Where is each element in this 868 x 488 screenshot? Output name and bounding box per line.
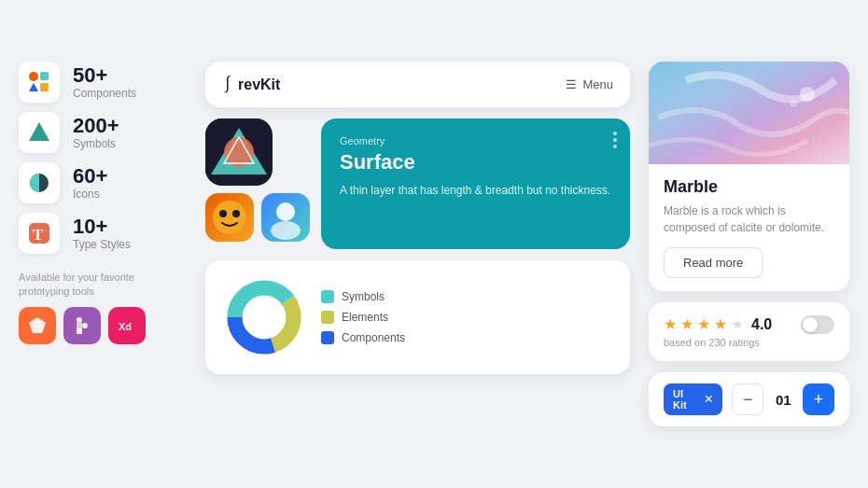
- svg-point-20: [219, 210, 227, 217]
- counter-card: UI Kit ✕ − 01 +: [649, 372, 849, 426]
- svg-point-21: [232, 210, 240, 217]
- svg-point-30: [790, 100, 797, 107]
- left-panel: 50+ Components 200+ Symbols: [19, 62, 187, 344]
- stat-row-type-styles: T 10+ Type Styles: [19, 213, 187, 254]
- legend-dot-symbols: [321, 290, 334, 303]
- svg-point-23: [271, 221, 301, 240]
- revkit-card: ⎰ revKit ☰ Menu: [205, 62, 630, 107]
- stat-text-components: 50+ Components: [73, 64, 136, 100]
- tag-remove-icon[interactable]: ✕: [704, 393, 713, 406]
- stat-row-symbols: 200+ Symbols: [19, 112, 187, 153]
- stat-text-symbols: 200+ Symbols: [73, 115, 119, 150]
- more-options-icon[interactable]: [613, 132, 617, 148]
- hamburger-icon: ☰: [566, 77, 577, 91]
- tool-icons: Xd: [19, 307, 187, 344]
- components-number: 50+: [73, 64, 136, 87]
- marble-description: Marble is a rock which is composed of ca…: [664, 202, 834, 236]
- ui-kit-tag-label: UI Kit: [673, 388, 699, 411]
- right-panel: Marble Marble is a rock which is compose…: [649, 62, 849, 426]
- middle-panel: ⎰ revKit ☰ Menu: [205, 62, 630, 374]
- revkit-logo: ⎰ revKit: [222, 75, 280, 94]
- rating-subtext: based on 230 ratings: [664, 337, 772, 348]
- type-styles-label: Type Styles: [73, 238, 131, 251]
- icons-number: 60+: [73, 165, 107, 188]
- legend-components: Components: [321, 331, 405, 344]
- main-container: 50+ Components 200+ Symbols: [19, 62, 849, 426]
- legend-elements: Elements: [321, 311, 405, 324]
- symbols-number: 200+: [73, 115, 119, 137]
- donut-chart: [222, 275, 306, 359]
- star-2: ★: [680, 315, 693, 333]
- tools-section: Available for your favoriteprototyping t…: [19, 271, 187, 344]
- decrement-button[interactable]: −: [732, 383, 763, 415]
- svg-point-22: [276, 202, 295, 221]
- icons-label: Icons: [73, 188, 107, 201]
- app-icon-face: [205, 193, 254, 242]
- svg-point-10: [82, 323, 88, 328]
- marble-image: [649, 62, 849, 164]
- svg-point-27: [244, 297, 284, 337]
- rating-value: 4.0: [751, 316, 772, 333]
- marble-content: Marble Marble is a rock which is compose…: [649, 164, 849, 291]
- svg-rect-12: [77, 323, 82, 328]
- figma-icon: [63, 307, 101, 344]
- symbols-icon: [19, 112, 60, 153]
- toggle-knob: [803, 317, 818, 332]
- legend-label-components: Components: [342, 331, 405, 344]
- toggle-switch[interactable]: [801, 315, 834, 334]
- star-3: ★: [697, 315, 710, 333]
- marble-card: Marble Marble is a rock which is compose…: [649, 62, 849, 291]
- type-styles-number: 10+: [73, 216, 131, 238]
- chart-legend: Symbols Elements Components: [321, 290, 405, 344]
- app-icon-row: [205, 193, 310, 242]
- geometry-title: Surface: [340, 150, 611, 174]
- donut-card: Symbols Elements Components: [205, 260, 630, 374]
- star-4: ★: [714, 315, 727, 333]
- stars-row: ★ ★ ★ ★ ★ 4.0: [664, 315, 772, 333]
- menu-label: Menu: [582, 77, 613, 91]
- svg-text:Xd: Xd: [119, 321, 132, 332]
- svg-marker-9: [29, 317, 46, 333]
- legend-symbols: Symbols: [321, 290, 405, 303]
- geometry-card: Geometry Surface A thin layer that has l…: [321, 119, 630, 249]
- sketch-icon: [19, 307, 56, 344]
- geometry-subtitle: Geometry: [340, 135, 611, 146]
- app-icons-column: [205, 119, 310, 249]
- svg-point-19: [213, 201, 246, 234]
- xd-icon: Xd: [108, 307, 146, 344]
- increment-button[interactable]: +: [803, 383, 834, 415]
- geometry-description: A thin layer that has length & breadth b…: [340, 182, 611, 199]
- counter-value: 01: [773, 392, 793, 408]
- menu-button[interactable]: ☰ Menu: [566, 77, 613, 91]
- app-icon-avatar: [261, 193, 310, 242]
- middle-bottom: Geometry Surface A thin layer that has l…: [205, 119, 630, 249]
- legend-label-symbols: Symbols: [342, 290, 385, 303]
- svg-marker-4: [29, 122, 49, 141]
- revkit-brand-icon: ⎰: [222, 75, 232, 94]
- type-styles-icon: T: [19, 213, 60, 254]
- rating-card: ★ ★ ★ ★ ★ 4.0 based on 230 ratings: [649, 302, 849, 361]
- svg-rect-3: [40, 83, 49, 91]
- symbols-label: Symbols: [73, 137, 119, 150]
- svg-rect-11: [77, 317, 82, 323]
- legend-dot-elements: [321, 311, 334, 324]
- svg-marker-2: [29, 83, 38, 91]
- components-label: Components: [73, 87, 136, 100]
- svg-point-17: [224, 137, 254, 167]
- ui-kit-tag: UI Kit ✕: [664, 383, 722, 415]
- read-more-button[interactable]: Read more: [664, 247, 763, 278]
- svg-point-0: [29, 72, 38, 81]
- components-icon: [19, 62, 60, 103]
- marble-title: Marble: [664, 177, 834, 197]
- legend-label-elements: Elements: [342, 311, 388, 324]
- svg-point-29: [800, 87, 815, 102]
- stat-text-type-styles: 10+ Type Styles: [73, 216, 131, 251]
- revkit-logo-text: revKit: [238, 77, 280, 93]
- stat-row-components: 50+ Components: [19, 62, 187, 103]
- star-5: ★: [731, 315, 744, 333]
- stat-text-icons: 60+ Icons: [73, 165, 107, 201]
- svg-rect-1: [40, 72, 49, 80]
- stat-row-icons: 60+ Icons: [19, 162, 187, 203]
- svg-rect-13: [77, 328, 82, 334]
- tools-label: Available for your favoriteprototyping t…: [19, 271, 187, 300]
